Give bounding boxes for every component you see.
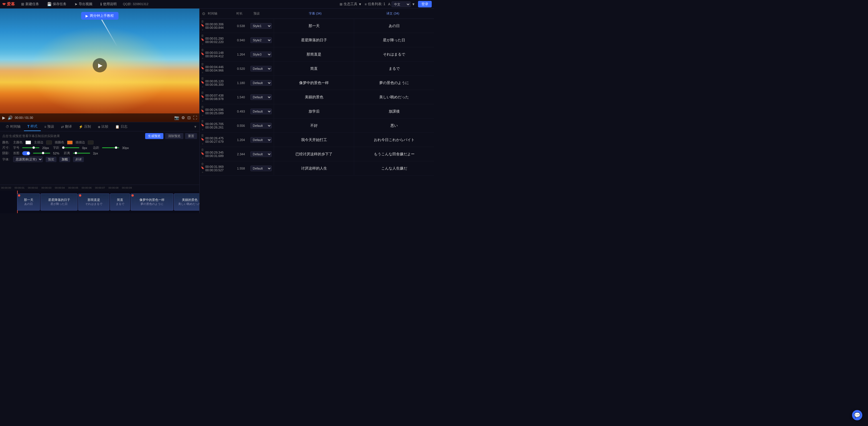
gen-preview-button[interactable]: 生成预览 [145,133,163,139]
timeline-clip-5[interactable]: 美丽的景色 美しい眺めだった [174,194,199,210]
row-subtitle-text-7[interactable]: 不好 [274,119,354,132]
row-translation-text-4[interactable]: 夢の景色のように [354,76,434,90]
volume-button[interactable]: 🔊 [8,116,12,120]
timeline-clip-1[interactable]: 星星降落的日子 星が降った日 [40,194,78,210]
row-bookmark-0[interactable]: 🔖 [201,24,204,27]
row-delete-icon-6[interactable]: 🗑 [201,105,204,108]
subtitle-row-6[interactable]: 🗑 🔖 ＋ 00:00:24.596 00:00:25.089 0.493 De… [199,104,434,119]
export-video-button[interactable]: ➤ 导出视频 [73,1,94,7]
language-select[interactable]: 中文 English [392,1,411,7]
tab-compare[interactable]: ◈ 比较 [94,123,112,131]
row-preset-2[interactable]: Style3 Default Style1 Style2 Style3 [248,47,274,61]
row-bookmark-2[interactable]: 🔖 [201,52,204,55]
row-preset-3[interactable]: Default Default Style1 Style2 Style3 [248,62,274,75]
row-add-icon-3[interactable]: ＋ [201,70,204,75]
row-add-icon-10[interactable]: ＋ [201,170,204,174]
ecosystem-tools[interactable]: ⊞ 生态工具 ▼ [340,2,362,6]
tab-compress[interactable]: ⚡ 压制 [75,123,94,131]
row-subtitle-text-6[interactable]: 放学后 [274,104,354,118]
play-overlay-button[interactable]: ▶ [93,58,107,72]
screenshot-icon[interactable]: 📷 [174,116,179,120]
login-button[interactable]: 登录 [418,1,432,7]
row-preset-7[interactable]: Default Default Style1 Style2 Style3 [248,119,274,132]
main-color-picker[interactable] [25,140,31,144]
row-add-icon-6[interactable]: ＋ [201,113,204,118]
border-slider[interactable] [102,147,119,148]
spacing-slider[interactable] [62,147,79,148]
subtitle-row-4[interactable]: 🗑 🔖 ＋ 00:00:05.120 00:00:06.300 1.180 De… [199,76,434,90]
row-subtitle-text-5[interactable]: 美丽的景色 [274,90,354,104]
tab-notes[interactable]: 📋 日志 [112,123,131,131]
preview-font-button[interactable]: 预览 [45,157,57,162]
shadow-toggle[interactable] [22,151,30,155]
row-subtitle-text-2[interactable]: 那简直是 [274,47,354,61]
shadow-color-picker[interactable] [67,140,73,144]
timeline-track[interactable]: 那一天 あの日 星星降落的日子 星が降った日 那简直是 それはまるで 简直 [0,191,199,213]
preset-select-6[interactable]: Default Default Style1 Style2 Style3 [250,108,272,114]
task-list[interactable]: ≡ 任务列表: 1 [365,2,385,6]
row-translation-text-10[interactable]: こんな人生嫌だ [354,161,434,175]
save-task-button[interactable]: 💾 保存任务 [45,1,68,7]
row-add-icon-5[interactable]: ＋ [201,99,204,103]
font-select[interactable]: 思源黑体(正常) [13,157,43,162]
row-subtitle-text-0[interactable]: 那一天 [274,19,354,33]
subtitle-row-10[interactable]: 🗑 🔖 ＋ 00:00:31.969 00:00:33.527 1.558 De… [199,161,434,175]
row-subtitle-text-8[interactable]: 我今天开始打工 [274,133,354,147]
row-translation-text-3[interactable]: まるで [354,62,434,75]
row-subtitle-text-1[interactable]: 星星降落的日子 [274,33,354,47]
preset-select-2[interactable]: Style3 Default Style1 Style2 Style3 [250,52,272,57]
row-bookmark-7[interactable]: 🔖 [201,123,204,127]
preset-select-0[interactable]: Style1 Default Style1 Style2 Style3 [250,23,272,29]
settings-video-icon[interactable]: ⚙ [181,116,185,120]
help-button[interactable]: ℹ 使用说明 [99,1,118,7]
row-preset-6[interactable]: Default Default Style1 Style2 Style3 [248,104,274,118]
timeline-clip-2[interactable]: 那简直是 それはまるで [78,194,110,210]
dist-slider[interactable] [73,153,90,154]
fullscreen-icon[interactable]: ⛶ [193,116,197,120]
row-add-icon-9[interactable]: ＋ [201,156,204,160]
row-bookmark-8[interactable]: 🔖 [201,138,204,141]
subtitle-row-5[interactable]: 🗑 🔖 ＋ 00:00:07.438 00:00:08.978 1.540 De… [199,90,434,104]
row-bookmark-1[interactable]: 🔖 [201,38,204,41]
row-subtitle-text-9[interactable]: 已经讨厌这样的乡下了 [274,147,354,161]
preset-select-1[interactable]: Style2 Default Style1 Style2 Style3 [250,37,272,43]
row-preset-9[interactable]: Default Default Style1 Style2 Style3 [248,147,274,161]
row-translation-text-2[interactable]: それはまるで [354,47,434,61]
row-translation-text-0[interactable]: あの日 [354,19,434,33]
tutorial-button[interactable]: ▶ 两分钟上手教程 [81,12,118,20]
timeline-clip-0[interactable]: 那一天 あの日 [17,194,40,210]
italic-button[interactable]: 斜体 [73,157,84,162]
new-task-button[interactable]: ⊞ 新建任务 [20,1,41,7]
row-bookmark-10[interactable]: 🔖 [201,166,204,169]
row-preset-5[interactable]: Default Default Style1 Style2 Style3 [248,90,274,104]
row-add-icon-7[interactable]: ＋ [201,127,204,132]
preset-select-4[interactable]: Default Default Style1 Style2 Style3 [250,80,272,86]
row-subtitle-text-10[interactable]: 讨厌这样的人生 [274,161,354,175]
row-delete-icon-2[interactable]: 🗑 [201,48,204,52]
subtitle-row-9[interactable]: 🗑 🔖 ＋ 00:00:29.345 00:00:31.689 2.344 De… [199,147,434,161]
row-delete-icon-0[interactable]: 🗑 [201,20,204,23]
row-delete-icon-3[interactable]: 🗑 [201,62,204,66]
row-add-icon-4[interactable]: ＋ [201,85,204,89]
row-translation-text-5[interactable]: 美しい眺めだった [354,90,434,104]
resize-icon[interactable]: ⊡ [187,116,191,120]
row-delete-icon-10[interactable]: 🗑 [201,162,204,166]
tab-style[interactable]: T 样式 [24,122,41,131]
settings-gear-icon[interactable]: ⚙ [202,11,206,16]
row-delete-icon-7[interactable]: 🗑 [201,120,204,123]
row-bookmark-3[interactable]: 🔖 [201,66,204,69]
play-control-button[interactable]: ▶ [2,116,5,120]
row-translation-text-9[interactable]: もうこんな田舎嫌だよー [354,147,434,161]
row-bookmark-4[interactable]: 🔖 [201,80,204,84]
subtitle-row-2[interactable]: 🗑 🔖 ＋ 00:00:03.148 00:00:04.412 1.264 St… [199,47,434,62]
row-delete-icon-8[interactable]: 🗑 [201,134,204,137]
row-bookmark-6[interactable]: 🔖 [201,109,204,112]
preset-select-8[interactable]: Default Default Style1 Style2 Style3 [250,137,272,143]
tab-translate[interactable]: ⇄ 翻译 [58,123,75,131]
tab-preset[interactable]: ≡ 预设 [41,123,58,131]
preset-select-10[interactable]: Default Default Style1 Style2 Style3 [250,166,272,171]
row-delete-icon-9[interactable]: 🗑 [201,148,204,151]
clear-preview-button[interactable]: 清除预览 [165,133,183,139]
row-delete-icon-1[interactable]: 🗑 [201,34,204,37]
subtitle-row-3[interactable]: 🗑 🔖 ＋ 00:00:04.446 00:00:04.966 0.520 De… [199,62,434,76]
